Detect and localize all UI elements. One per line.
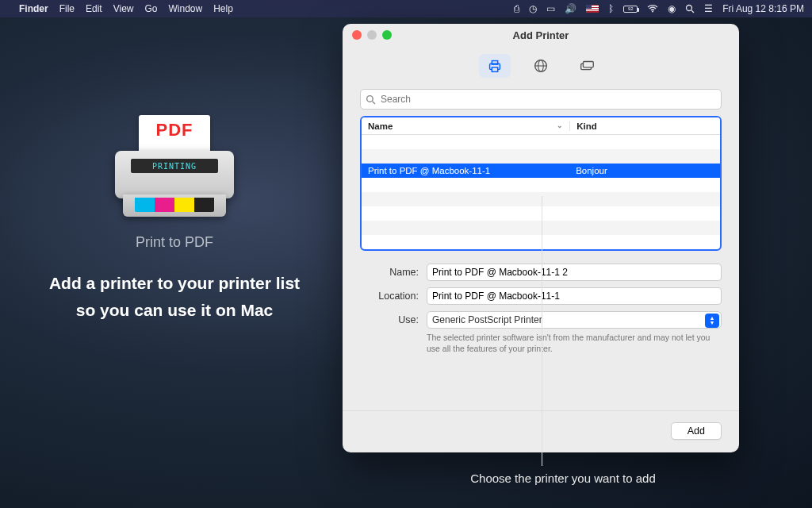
menu-file[interactable]: File [59,3,75,14]
timemachine-icon[interactable]: ◷ [529,3,537,14]
default-tab-button[interactable] [479,54,511,78]
svg-point-0 [652,11,653,13]
name-input[interactable] [427,264,722,281]
search-menu-icon[interactable] [685,4,695,13]
printer-illustration: PDF PRINTING [111,115,238,226]
printer-list: Name⌄ Kind Print to PDF @ Macbook-11-1 B… [360,116,722,251]
control-center-icon[interactable]: ☰ [704,3,713,14]
bluetooth-icon[interactable]: ᛒ [608,3,614,14]
name-label: Name: [360,267,419,278]
minimize-icon[interactable] [367,30,377,40]
clock[interactable]: Fri Aug 12 8:16 PM [722,3,804,14]
menu-view[interactable]: View [113,3,134,14]
location-label: Location: [360,291,419,302]
search-field[interactable] [360,89,722,110]
display-icon[interactable]: ▭ [546,3,555,14]
close-icon[interactable] [352,30,362,40]
promo-line2: so you can use it on Mac [48,297,301,324]
menu-bar: Finder File Edit View Go Window Help ⎙ ◷… [0,0,812,17]
promo-line1: Add a printer to your printer list [48,270,301,297]
promo-panel: PDF PRINTING Print to PDF Add a printer … [48,115,301,323]
wifi-icon[interactable] [647,5,658,13]
use-select[interactable]: Generic PostScript Printer ▲▼ [427,311,722,329]
svg-point-11 [367,95,373,102]
svg-line-2 [691,10,694,13]
svg-rect-5 [492,67,497,72]
use-value: Generic PostScript Printer [432,314,542,325]
add-printer-window: Add Printer Name⌄ Kind Print to PD [343,24,739,452]
battery-icon[interactable]: 92 [623,6,638,13]
search-input[interactable] [381,94,716,105]
row-name: Print to PDF @ Macbook-11-1 [362,166,569,175]
callout-text: Choose the printer you want to add [444,471,682,485]
svg-point-1 [687,6,692,11]
toolbar [343,46,739,89]
menu-edit[interactable]: Edit [86,3,102,14]
row-kind: Bonjour [569,166,607,175]
paper-pdf-label: PDF [156,120,193,140]
list-body[interactable]: Print to PDF @ Macbook-11-1 Bonjour [362,135,720,249]
callout-line [542,196,542,466]
promo-title: Print to PDF [48,234,301,251]
ip-tab-button[interactable] [525,54,557,78]
search-icon [366,94,376,105]
menu-window[interactable]: Window [169,3,203,14]
printer-menu-icon[interactable]: ⎙ [514,3,519,14]
column-kind-header[interactable]: Kind [569,121,720,131]
column-name-header[interactable]: Name⌄ [362,121,569,131]
location-input[interactable] [427,287,722,305]
add-button[interactable]: Add [671,422,722,440]
use-hint: The selected printer software isn't from… [427,333,722,354]
printing-label: PRINTING [152,162,197,171]
svg-rect-10 [583,62,593,67]
app-menu[interactable]: Finder [19,3,48,14]
input-flag-icon[interactable] [586,5,599,13]
svg-line-12 [373,101,375,103]
sort-chevron-icon: ⌄ [557,121,563,129]
windows-tab-button[interactable] [571,54,603,78]
svg-rect-4 [492,61,497,65]
select-chevrons-icon: ▲▼ [705,314,719,328]
volume-icon[interactable]: 🔊 [565,3,576,14]
use-label: Use: [360,314,419,325]
menu-help[interactable]: Help [213,3,233,14]
menu-go[interactable]: Go [145,3,158,14]
window-title: Add Printer [343,29,739,41]
printer-row[interactable]: Print to PDF @ Macbook-11-1 Bonjour [362,164,720,178]
titlebar[interactable]: Add Printer [343,24,739,46]
user-icon[interactable]: ◉ [668,3,676,14]
zoom-icon[interactable] [382,30,392,40]
